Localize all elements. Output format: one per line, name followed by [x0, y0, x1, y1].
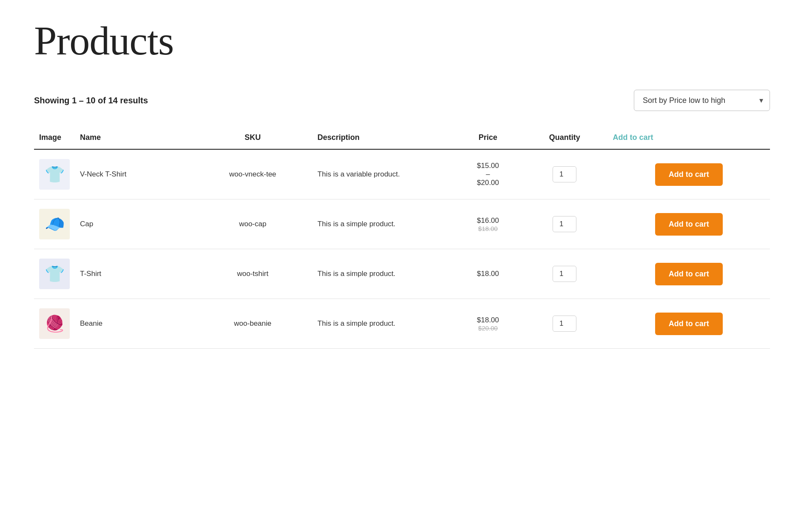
product-quantity-cell	[522, 149, 607, 199]
col-header-price: Price	[454, 126, 522, 149]
table-row: 👕V-Neck T-Shirtwoo-vneck-teeThis is a va…	[34, 149, 770, 199]
col-header-description: Description	[312, 126, 454, 149]
price-original-value: $18.00	[459, 225, 516, 232]
quantity-input[interactable]	[553, 166, 576, 182]
product-cart-cell: Add to cart	[607, 299, 770, 349]
col-header-quantity: Quantity	[522, 126, 607, 149]
price-sale-value: $18.00	[459, 316, 516, 324]
product-name: V-Neck T-Shirt	[75, 149, 193, 199]
product-image-cell: 🧶	[34, 299, 75, 349]
product-description: This is a simple product.	[312, 249, 454, 299]
product-sku: woo-tshirt	[193, 249, 312, 299]
quantity-input[interactable]	[553, 316, 576, 332]
results-count: Showing 1 – 10 of 14 results	[34, 96, 148, 105]
add-to-cart-button[interactable]: Add to cart	[655, 213, 723, 236]
toolbar: Showing 1 – 10 of 14 results Sort by Pri…	[34, 90, 770, 111]
add-to-cart-button[interactable]: Add to cart	[655, 163, 723, 186]
product-cart-cell: Add to cart	[607, 249, 770, 299]
add-to-cart-button[interactable]: Add to cart	[655, 313, 723, 335]
product-image-cell: 🧢	[34, 199, 75, 249]
product-description: This is a simple product.	[312, 199, 454, 249]
product-image-cell: 👕	[34, 249, 75, 299]
product-name: Beanie	[75, 299, 193, 349]
col-header-sku: SKU	[193, 126, 312, 149]
products-table: Image Name SKU Description Price Quantit…	[34, 126, 770, 349]
col-header-name: Name	[75, 126, 193, 149]
product-price: $15.00–$20.00	[454, 149, 522, 199]
product-cart-cell: Add to cart	[607, 199, 770, 249]
price-range: $15.00–$20.00	[459, 162, 516, 187]
product-sku: woo-beanie	[193, 299, 312, 349]
product-quantity-cell	[522, 199, 607, 249]
product-image-cell: 👕	[34, 149, 75, 199]
table-row: 🧢Capwoo-capThis is a simple product. $16…	[34, 199, 770, 249]
col-header-image: Image	[34, 126, 75, 149]
sort-select-wrapper: Sort by Price low to highSort by Price h…	[634, 90, 770, 111]
table-row: 👕T-Shirtwoo-tshirtThis is a simple produ…	[34, 249, 770, 299]
table-row: 🧶Beaniewoo-beanieThis is a simple produc…	[34, 299, 770, 349]
sort-select[interactable]: Sort by Price low to highSort by Price h…	[634, 90, 770, 111]
product-cart-cell: Add to cart	[607, 149, 770, 199]
product-description: This is a variable product.	[312, 149, 454, 199]
product-sku: woo-cap	[193, 199, 312, 249]
quantity-input[interactable]	[553, 216, 576, 232]
quantity-input[interactable]	[553, 266, 576, 282]
product-price: $18.00	[454, 249, 522, 299]
product-name: T-Shirt	[75, 249, 193, 299]
product-price: $18.00 $20.00	[454, 299, 522, 349]
product-description: This is a simple product.	[312, 299, 454, 349]
product-price: $16.00 $18.00	[454, 199, 522, 249]
products-tbody: 👕V-Neck T-Shirtwoo-vneck-teeThis is a va…	[34, 149, 770, 349]
table-header: Image Name SKU Description Price Quantit…	[34, 126, 770, 149]
add-to-cart-button[interactable]: Add to cart	[655, 263, 723, 285]
price-sale-value: $16.00	[459, 216, 516, 225]
price-original-value: $20.00	[459, 324, 516, 332]
product-name: Cap	[75, 199, 193, 249]
product-quantity-cell	[522, 299, 607, 349]
product-sku: woo-vneck-tee	[193, 149, 312, 199]
price-value: $18.00	[459, 270, 516, 278]
col-header-addtocart: Add to cart	[607, 126, 770, 149]
product-quantity-cell	[522, 249, 607, 299]
page-title: Products	[34, 17, 770, 64]
